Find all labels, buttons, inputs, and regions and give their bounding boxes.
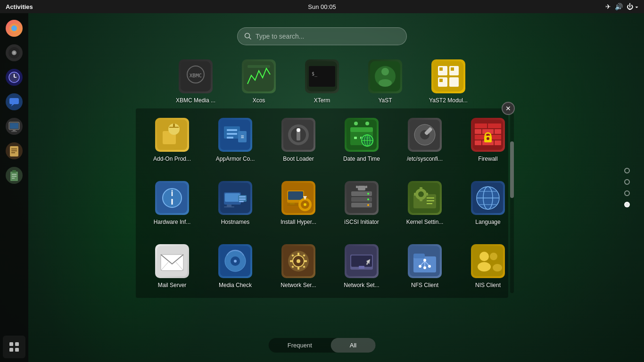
svg-rect-133: [420, 199, 422, 201]
svg-rect-41: [433, 61, 463, 91]
sidebar-item-clipboard[interactable]: [3, 164, 25, 187]
page-indicators: [624, 168, 630, 207]
scrollbar[interactable]: [510, 113, 514, 293]
clock-display: Sun 00:05: [308, 3, 336, 10]
search-bar[interactable]: [237, 27, 407, 45]
language-icon: [471, 181, 505, 215]
language-label: Language: [475, 219, 500, 225]
app-xterm[interactable]: $_ XTerm: [290, 55, 354, 108]
svg-text:XBMC: XBMC: [190, 73, 202, 79]
sidebar-item-notes[interactable]: [3, 140, 25, 162]
volume-icon[interactable]: 🔊: [615, 3, 623, 10]
hostnames-label: Hostnames: [221, 219, 250, 225]
svg-rect-126: [356, 186, 358, 188]
svg-point-153: [234, 260, 237, 263]
page-dot-1[interactable]: [624, 168, 630, 173]
apps-grid-row2: i Hardware Inf...: [136, 172, 508, 235]
app-iscsi[interactable]: iSCSI Initiator: [330, 176, 393, 230]
clock-icon: [6, 69, 23, 86]
xterm-label: XTerm: [314, 97, 330, 104]
svg-marker-9: [11, 104, 14, 107]
svg-rect-8: [9, 98, 19, 104]
sidebar-item-clock[interactable]: [3, 66, 25, 89]
app-addon[interactable]: Add-On Prod...: [140, 113, 204, 167]
svg-point-40: [379, 79, 392, 87]
app-apparmor[interactable]: ≡ AppArmor Co...: [204, 113, 267, 167]
svg-point-116: [304, 203, 306, 206]
apps-grid-row1: Add-On Prod... ≡: [136, 108, 508, 172]
mediacheck-icon: [218, 244, 252, 278]
bottom-tabs: Frequent All: [269, 338, 376, 353]
kernelset-icon: [408, 181, 442, 215]
svg-point-39: [381, 68, 389, 75]
search-input[interactable]: [256, 33, 400, 40]
app-installhyper[interactable]: Install Hyper...: [267, 176, 330, 230]
app-xbmc[interactable]: XBMC XBMC Media ...: [164, 55, 227, 108]
bootloader-label: Boot Loader: [283, 156, 314, 162]
etc-label: /etc/sysconfi...: [407, 156, 443, 162]
svg-rect-13: [11, 131, 17, 132]
page-dot-4[interactable]: [624, 202, 630, 207]
networkset-icon: [345, 244, 379, 278]
svg-point-157: [297, 259, 300, 263]
panel-close-button[interactable]: ✕: [502, 102, 515, 115]
svg-rect-52: [173, 123, 175, 127]
tab-frequent[interactable]: Frequent: [269, 338, 331, 353]
svg-line-28: [249, 38, 251, 40]
app-xcos[interactable]: Xcos: [227, 55, 290, 108]
activities-button[interactable]: Activities: [6, 3, 33, 10]
svg-rect-45: [449, 77, 459, 87]
top-apps-row: XBMC XBMC Media ... Xcos $_: [164, 55, 480, 108]
tab-all[interactable]: All: [331, 338, 375, 353]
power-icon[interactable]: ⏻ ▾: [627, 3, 638, 10]
svg-point-95: [487, 137, 489, 140]
svg-point-180: [428, 265, 431, 268]
app-yast[interactable]: YaST: [354, 55, 417, 108]
app-networkser[interactable]: Network Ser...: [267, 239, 330, 293]
xterm-icon: $_: [305, 59, 339, 93]
svg-rect-125: [358, 186, 365, 190]
app-networkset[interactable]: Network Set...: [330, 239, 393, 293]
svg-rect-169: [359, 266, 364, 269]
sidebar-item-chat[interactable]: [3, 90, 25, 113]
svg-rect-124: [367, 204, 369, 206]
sidebar-item-screenshot[interactable]: [3, 115, 25, 138]
app-yast2[interactable]: YaST2 Modul...: [417, 55, 480, 108]
page-dot-3[interactable]: [624, 190, 630, 196]
svg-rect-93: [494, 140, 495, 145]
app-etc[interactable]: /etc/sysconfi...: [393, 113, 456, 167]
app-datetime[interactable]: Date and Time: [330, 113, 393, 167]
sidebar-item-audio[interactable]: [3, 41, 25, 64]
svg-rect-35: [309, 66, 335, 87]
clipboard-icon: [6, 167, 23, 184]
show-apps-button[interactable]: [3, 336, 25, 358]
app-bootloader[interactable]: Boot Loader: [267, 113, 330, 167]
app-hostnames[interactable]: Hostnames: [204, 176, 267, 230]
sidebar-item-firefox[interactable]: [3, 17, 25, 40]
app-mailserver[interactable]: Mail Server: [140, 239, 204, 293]
svg-rect-107: [239, 198, 246, 200]
datetime-icon: [345, 118, 379, 152]
app-kernelset[interactable]: Kernel Settin...: [393, 176, 456, 230]
app-nfsclient[interactable]: NFS Client: [393, 239, 456, 293]
svg-rect-71: [354, 137, 357, 139]
svg-rect-127: [365, 186, 367, 188]
networkser-label: Network Ser...: [281, 282, 316, 288]
svg-rect-170: [357, 269, 366, 270]
airplane-mode-icon[interactable]: ✈: [605, 3, 611, 10]
page-dot-2[interactable]: [624, 179, 630, 185]
nisclient-label: NIS Client: [475, 282, 501, 288]
svg-rect-106: [239, 196, 246, 197]
svg-point-1: [11, 25, 17, 31]
svg-rect-182: [473, 246, 503, 276]
apparmor-icon: ≡: [218, 118, 252, 152]
scrollbar-thumb[interactable]: [510, 141, 514, 198]
app-hwinfo[interactable]: i Hardware Inf...: [140, 176, 204, 230]
apps-grid-row3: Mail Server: [136, 235, 508, 298]
svg-rect-90: [494, 129, 495, 134]
app-mediacheck[interactable]: Media Check: [204, 239, 267, 293]
svg-rect-56: [227, 129, 237, 131]
svg-rect-33: [248, 65, 270, 68]
svg-rect-135: [426, 193, 428, 196]
svg-point-131: [418, 191, 424, 197]
